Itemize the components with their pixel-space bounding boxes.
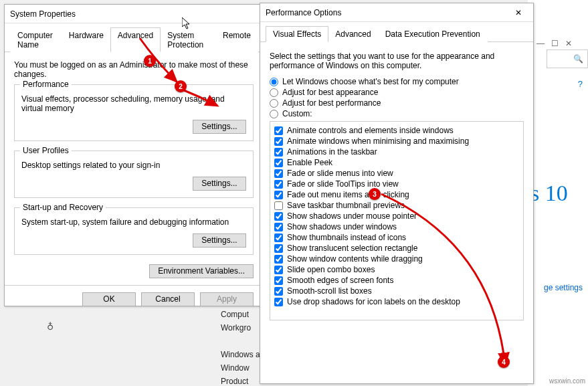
cursor-icon: [182, 17, 193, 33]
windows-10-text: s 10: [530, 181, 568, 206]
effect-label: Use drop shadows for icon labels on the …: [287, 297, 460, 306]
tab-advanced[interactable]: Advanced: [328, 26, 378, 42]
effect-checkbox[interactable]: [274, 191, 283, 199]
effect-checkbox[interactable]: [274, 233, 283, 242]
change-settings-link[interactable]: ge settings: [544, 283, 583, 292]
effect-row: Animate controls and elements inside win…: [274, 126, 519, 135]
effect-checkbox[interactable]: [274, 126, 283, 135]
effect-row: Show window contents while dragging: [274, 254, 519, 264]
effect-checkbox[interactable]: [274, 148, 283, 157]
effect-checkbox[interactable]: [274, 266, 283, 274]
tab-dep[interactable]: Data Execution Prevention: [378, 26, 488, 42]
effect-checkbox[interactable]: [274, 137, 283, 146]
tab-remote[interactable]: Remote: [215, 27, 258, 52]
effect-checkbox[interactable]: [274, 212, 283, 221]
effect-checkbox[interactable]: [274, 287, 283, 296]
window-title: System Properties: [10, 9, 76, 19]
effect-label: Animations in the taskbar: [287, 147, 377, 157]
watermark: wsxwin.com: [548, 377, 587, 385]
close-icon[interactable]: ✕: [503, 3, 533, 22]
performance-group: Performance Visual effects, processor sc…: [14, 84, 254, 141]
titlebar: System Properties: [5, 5, 263, 23]
performance-group-text: Visual effects, processor scheduling, me…: [21, 94, 246, 113]
ok-button[interactable]: OK: [82, 292, 136, 306]
effect-checkbox[interactable]: [274, 255, 283, 264]
radio-best-appearance-label: Adjust for best appearance: [282, 88, 378, 97]
user-profiles-group-title: User Profiles: [20, 146, 72, 155]
effect-row: Show translucent selection rectangle: [274, 244, 519, 253]
callout-1: 1: [144, 55, 156, 67]
performance-options-window: Performance Options ✕ Visual Effects Adv…: [260, 3, 534, 384]
startup-group: Start-up and Recovery System start-up, s…: [14, 207, 254, 255]
user-profiles-settings-button[interactable]: Settings...: [193, 177, 246, 191]
radio-best-appearance[interactable]: [270, 88, 278, 97]
search-icon: 🔍: [573, 54, 583, 64]
effect-checkbox[interactable]: [274, 223, 283, 231]
effect-row: Enable Peek: [274, 158, 519, 167]
effect-row: Fade out menu items after clicking: [274, 190, 519, 199]
effect-row: Animations in the taskbar: [274, 147, 519, 157]
effect-label: Fade or slide ToolTips into view: [287, 179, 399, 189]
effect-label: Show window contents while dragging: [287, 254, 423, 264]
effect-label: Animate controls and elements inside win…: [287, 126, 454, 135]
startup-group-title: Start-up and Recovery: [20, 203, 106, 212]
effect-checkbox[interactable]: [274, 298, 283, 306]
effect-checkbox[interactable]: [274, 244, 283, 253]
user-profiles-group: User Profiles Desktop settings related t…: [14, 151, 254, 198]
effect-label: Show shadows under windows: [287, 222, 397, 231]
callout-4: 4: [498, 356, 510, 368]
effect-checkbox[interactable]: [274, 276, 283, 285]
effect-label: Smooth-scroll list boxes: [287, 286, 372, 296]
tab-visual-effects[interactable]: Visual Effects: [266, 26, 328, 42]
effect-label: Show shadows under mouse pointer: [287, 211, 417, 221]
perf-tabs: Visual Effects Advanced Data Execution P…: [260, 22, 533, 42]
startup-settings-button[interactable]: Settings...: [193, 233, 246, 248]
apply-button[interactable]: Apply: [200, 292, 254, 306]
effect-row: Use drop shadows for icon labels on the …: [274, 297, 519, 306]
effect-row: Show shadows under mouse pointer: [274, 211, 519, 221]
radio-best-performance[interactable]: [270, 99, 278, 108]
effect-row: Animate windows when minimising and maxi…: [274, 136, 519, 146]
window-controls-bg: — ☐ ✕: [536, 39, 572, 48]
effect-label: Animate windows when minimising and maxi…: [287, 136, 469, 146]
effect-checkbox[interactable]: [274, 159, 283, 167]
user-profiles-group-text: Desktop settings related to your sign-in: [21, 161, 246, 170]
effect-checkbox[interactable]: [274, 201, 283, 210]
effect-label: Enable Peek: [287, 158, 332, 167]
performance-group-title: Performance: [20, 80, 72, 89]
effect-label: Show thumbnails instead of icons: [287, 233, 406, 242]
radio-best-performance-label: Adjust for best performance: [282, 98, 381, 108]
search-box[interactable]: 🔍: [547, 50, 588, 68]
radio-let-windows-label: Let Windows choose what's best for my co…: [282, 77, 459, 86]
effect-label: Slide open combo boxes: [287, 265, 375, 274]
effect-row: Save taskbar thumbnail previews: [274, 201, 519, 210]
effect-label: Smooth edges of screen fonts: [287, 276, 393, 285]
performance-settings-button[interactable]: Settings...: [193, 120, 246, 134]
effect-label: Fade or slide menus into view: [287, 169, 393, 178]
effect-label: Save taskbar thumbnail previews: [287, 201, 405, 210]
effect-row: Smooth-scroll list boxes: [274, 286, 519, 296]
environment-variables-button[interactable]: Environment Variables...: [149, 264, 254, 278]
radio-custom-label: Custom:: [282, 109, 312, 118]
tab-advanced[interactable]: Advanced: [110, 27, 161, 52]
system-properties-window: System Properties Computer Name Hardware…: [4, 4, 264, 306]
effect-row: Slide open combo boxes: [274, 265, 519, 274]
effect-checkbox[interactable]: [274, 180, 283, 189]
perf-window-title: Performance Options: [266, 8, 341, 17]
perf-intro-text: Select the settings that you want to use…: [270, 52, 524, 70]
effect-label: Show translucent selection rectangle: [287, 244, 417, 253]
effect-row: Fade or slide ToolTips into view: [274, 179, 519, 189]
effects-listbox[interactable]: Animate controls and elements inside win…: [270, 121, 524, 320]
sys-tabs: Computer Name Hardware Advanced System P…: [5, 23, 263, 52]
admin-intro-text: You must be logged on as an Administrato…: [14, 60, 254, 79]
radio-let-windows[interactable]: [270, 78, 278, 86]
tab-computer-name[interactable]: Computer Name: [10, 27, 62, 52]
effect-row: Smooth edges of screen fonts: [274, 276, 519, 285]
radio-custom[interactable]: [270, 110, 278, 118]
cancel-button[interactable]: Cancel: [141, 292, 195, 306]
effect-checkbox[interactable]: [274, 169, 283, 178]
callout-3: 3: [369, 188, 381, 200]
network-icon: ♁: [47, 321, 54, 332]
tab-hardware[interactable]: Hardware: [62, 27, 111, 52]
help-icon[interactable]: ?: [578, 79, 583, 89]
